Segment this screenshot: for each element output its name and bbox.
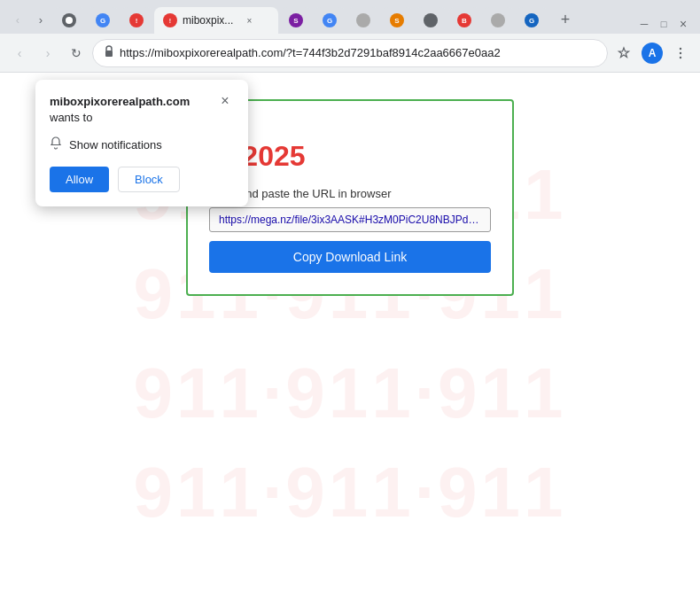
tab-10-favicon: B bbox=[457, 13, 471, 27]
allow-button[interactable]: Allow bbox=[50, 167, 109, 192]
tab-3-favicon: ! bbox=[129, 13, 144, 27]
block-button[interactable]: Block bbox=[118, 167, 180, 192]
popup-wants-to: wants to bbox=[50, 111, 92, 124]
tab-forward-btn[interactable]: › bbox=[30, 9, 51, 30]
tab-3[interactable]: ! bbox=[121, 7, 152, 34]
new-tab-button[interactable]: + bbox=[553, 7, 578, 32]
popup-header: miboxpixorerealpath.com wants to × bbox=[50, 94, 234, 126]
chrome-window: ‹ › G ! ! mib bbox=[0, 0, 700, 614]
tab-back-btn[interactable]: ‹ bbox=[7, 9, 28, 30]
reload-button[interactable]: ↻ bbox=[64, 41, 89, 66]
svg-point-3 bbox=[680, 51, 681, 53]
close-button[interactable]: × bbox=[677, 18, 689, 30]
profile-button[interactable]: A bbox=[640, 41, 665, 66]
popup-actions: Allow Block bbox=[50, 167, 234, 192]
back-button[interactable]: ‹ bbox=[7, 41, 32, 66]
menu-button[interactable] bbox=[668, 41, 693, 66]
tab-6-favicon: G bbox=[323, 13, 337, 27]
tab-5[interactable]: S bbox=[280, 7, 312, 34]
bookmark-button[interactable] bbox=[611, 41, 636, 66]
year-text: s: 2025 bbox=[209, 140, 491, 173]
tab-5-favicon: S bbox=[289, 13, 303, 27]
address-text: https://miboxpixorerealpath.com/?t=744f3… bbox=[120, 46, 596, 59]
svg-rect-1 bbox=[105, 51, 113, 57]
tab-6[interactable]: G bbox=[314, 7, 346, 34]
tab-bar: ‹ › G ! ! mib bbox=[0, 0, 700, 34]
tab-4-active[interactable]: ! miboxpix... × bbox=[154, 7, 278, 34]
tab-7-favicon bbox=[356, 13, 370, 27]
notification-row: Show notifications bbox=[50, 136, 234, 152]
maximize-button[interactable]: □ bbox=[657, 18, 670, 30]
copy-download-link-button[interactable]: Copy Download Link bbox=[209, 241, 491, 273]
tab-8-favicon: S bbox=[390, 13, 404, 27]
notification-label: Show notifications bbox=[69, 138, 162, 152]
tab-4-favicon: ! bbox=[163, 13, 177, 27]
tab-7[interactable] bbox=[347, 7, 379, 34]
tab-2[interactable]: G bbox=[87, 7, 119, 34]
svg-point-4 bbox=[680, 56, 681, 58]
tab-4-close[interactable]: × bbox=[242, 13, 256, 27]
tab-1-favicon bbox=[62, 13, 76, 27]
notification-popup: miboxpixorerealpath.com wants to × Show … bbox=[35, 80, 248, 206]
tab-8[interactable]: S bbox=[381, 7, 413, 34]
lock-icon bbox=[104, 45, 114, 60]
bell-icon bbox=[50, 136, 62, 152]
forward-button[interactable]: › bbox=[35, 41, 60, 66]
tab-4-title: miboxpix... bbox=[183, 14, 233, 27]
window-controls: ─ □ × bbox=[638, 18, 693, 30]
popup-close-button[interactable]: × bbox=[216, 92, 234, 110]
svg-point-2 bbox=[680, 47, 681, 49]
instruction-text: Copy and paste the URL in browser bbox=[209, 187, 491, 200]
tab-9[interactable] bbox=[415, 7, 447, 34]
watermark-row-3: 911·911·911 bbox=[134, 353, 567, 434]
tab-strip: ‹ › G ! ! mib bbox=[7, 7, 638, 34]
tab-12[interactable]: G bbox=[516, 7, 548, 34]
minimize-button[interactable]: ─ bbox=[638, 18, 650, 30]
tab-11[interactable] bbox=[482, 7, 514, 34]
toolbar: ‹ › ↻ https://miboxpixorerealpath.com/?t… bbox=[0, 34, 700, 73]
popup-site: miboxpixorerealpath.com bbox=[50, 95, 190, 108]
tab-1[interactable] bbox=[53, 7, 85, 34]
content-area: 911·911·911 911·911·911 911·911·911 911·… bbox=[0, 73, 700, 614]
profile-avatar: A bbox=[642, 43, 663, 64]
loading-text: ...dy... bbox=[209, 119, 491, 133]
year-value: 2025 bbox=[242, 140, 305, 172]
tab-9-favicon bbox=[424, 13, 438, 27]
popup-title: miboxpixorerealpath.com wants to bbox=[50, 94, 190, 126]
watermark-row-4: 911·911·911 bbox=[134, 452, 567, 533]
tab-10[interactable]: B bbox=[448, 7, 480, 34]
tab-2-favicon: G bbox=[96, 13, 110, 27]
page-background: 911·911·911 911·911·911 911·911·911 911·… bbox=[0, 73, 700, 614]
tab-11-favicon bbox=[491, 13, 505, 27]
svg-point-0 bbox=[66, 17, 73, 24]
tab-12-favicon: G bbox=[525, 13, 539, 27]
url-display[interactable]: https://mega.nz/file/3ix3AASK#H3zM0PiC2U… bbox=[209, 207, 491, 232]
address-bar[interactable]: https://miboxpixorerealpath.com/?t=744f3… bbox=[92, 39, 608, 67]
